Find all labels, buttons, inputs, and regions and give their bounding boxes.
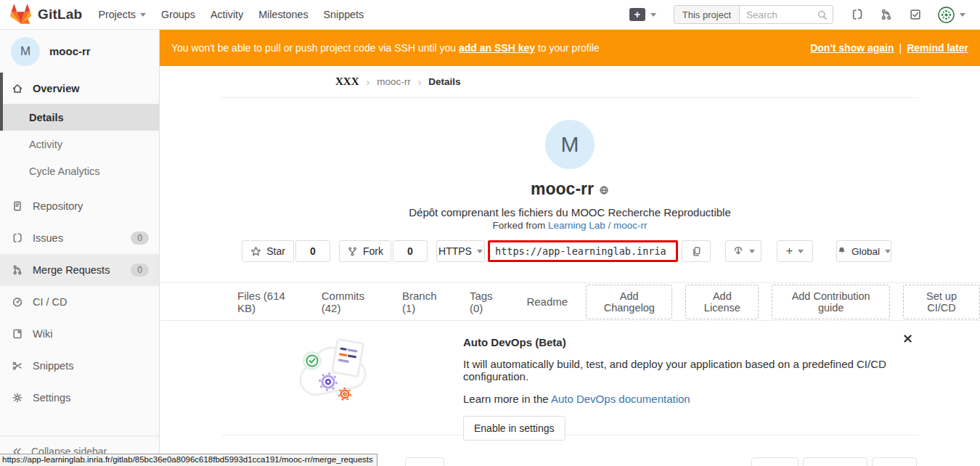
plus-icon: + <box>786 245 793 258</box>
add-ssh-key-link[interactable]: add an SSH key <box>459 42 535 54</box>
project-description: Dépôt comprenant les fichiers du MOOC Re… <box>160 206 980 218</box>
sidebar-item-activity[interactable]: Activity <box>0 131 159 158</box>
dont-show-again-link[interactable]: Don't show again <box>810 42 894 54</box>
star-count[interactable]: 0 <box>295 240 330 262</box>
gear-icon <box>12 392 23 404</box>
issues-icon <box>12 232 23 244</box>
chevron-down-icon <box>477 250 483 253</box>
cut-off-button[interactable] <box>405 457 444 466</box>
sidebar-project-name: mooc-rr <box>49 45 91 57</box>
breadcrumb-project[interactable]: mooc-rr <box>377 76 411 87</box>
nav-projects[interactable]: Projects <box>98 9 146 20</box>
autodevops-docs-link[interactable]: Auto DevOps documentation <box>551 393 690 405</box>
sidebar-item-settings[interactable]: Settings <box>0 382 159 414</box>
sidebar-item-issues[interactable]: Issues 0 <box>0 222 159 254</box>
tab-readme[interactable]: Readme <box>521 295 573 308</box>
merge-request-icon <box>12 264 23 276</box>
sidebar-item-merge-requests[interactable]: Merge Requests 0 <box>0 254 159 286</box>
protocol-dropdown[interactable]: HTTPS <box>436 240 485 262</box>
add-license-button[interactable]: Add License <box>685 285 759 319</box>
search-group: This project <box>674 5 833 24</box>
gitlab-logo[interactable]: GitLab <box>10 4 82 25</box>
bell-icon <box>837 246 846 256</box>
project-stats-bar: Files (614 KB) Commits (42) Branch (1) T… <box>160 282 980 321</box>
download-icon <box>732 245 744 257</box>
sidebar-project-header[interactable]: M mooc-rr <box>0 30 159 73</box>
nav-activity[interactable]: Activity <box>211 9 243 20</box>
autodevops-title: Auto DevOps (Beta) <box>463 336 918 348</box>
nav-groups[interactable]: Groups <box>161 9 195 20</box>
autodevops-description: It will automatically build, test, and d… <box>463 358 918 383</box>
sidebar-item-overview[interactable]: Overview <box>0 73 159 104</box>
tab-commits[interactable]: Commits (42) <box>317 290 386 314</box>
gauge-icon <box>12 296 23 308</box>
chevron-down-icon <box>650 13 656 17</box>
public-globe-icon <box>599 185 609 195</box>
fork-icon <box>347 246 358 257</box>
breadcrumb-group[interactable]: XXX <box>335 75 359 88</box>
project-avatar-small: M <box>11 37 40 66</box>
project-actions: Star 0 Fork 0 HTTPS https://app-learning… <box>242 240 980 262</box>
download-dropdown[interactable] <box>725 240 761 262</box>
nav-snippets[interactable]: Snippets <box>324 9 364 20</box>
project-title: mooc-rr <box>531 179 594 199</box>
autodevops-illustration <box>294 328 381 409</box>
chevron-down-icon <box>749 250 755 253</box>
project-avatar: M <box>545 120 595 169</box>
close-icon[interactable] <box>903 334 912 343</box>
chevron-down-icon <box>140 13 146 17</box>
issues-icon[interactable] <box>851 8 864 21</box>
setup-ci-cd-button[interactable]: Set up CI/CD <box>903 285 980 319</box>
tab-branch[interactable]: Branch (1) <box>397 290 454 314</box>
banner-text: You won't be able to pull or push projec… <box>171 42 456 54</box>
sidebar-item-repository[interactable]: Repository <box>0 190 159 222</box>
nav-milestones[interactable]: Milestones <box>258 9 308 20</box>
sidebar-item-details[interactable]: Details <box>0 104 159 131</box>
status-bar-url: https://app-learninglab.inria.fr/gitlab/… <box>0 454 377 466</box>
tab-tags[interactable]: Tags (0) <box>465 290 510 314</box>
cut-off-button[interactable] <box>803 457 867 466</box>
chevron-down-icon <box>885 250 891 253</box>
scissors-icon <box>12 360 23 372</box>
breadcrumb-separator: › <box>367 76 370 88</box>
tab-files[interactable]: Files (614 KB) <box>232 290 306 314</box>
primary-nav: Projects Groups Activity Milestones Snip… <box>98 9 364 20</box>
add-changelog-button[interactable]: Add Changelog <box>586 285 672 319</box>
gitlab-tanuki-icon <box>10 4 31 25</box>
sidebar-item-wiki[interactable]: Wiki <box>0 318 159 350</box>
copy-url-button[interactable] <box>682 240 711 262</box>
breadcrumb-page: Details <box>428 76 460 87</box>
fork-count[interactable]: 0 <box>393 240 428 262</box>
cut-off-button[interactable] <box>751 457 799 466</box>
search-icon <box>817 9 828 21</box>
plus-icon: + <box>629 8 645 21</box>
sidebar-item-ci-cd[interactable]: CI / CD <box>0 286 159 318</box>
new-menu-button[interactable]: + <box>629 8 656 21</box>
clone-url-input[interactable]: https://app-learninglab.inria <box>488 240 678 262</box>
enable-in-settings-button[interactable]: Enable in settings <box>463 416 565 441</box>
ssh-warning-banner: You won't be able to pull or push projec… <box>160 30 980 66</box>
forked-from-link[interactable]: Learning Lab / mooc-rr <box>548 220 648 231</box>
notification-dropdown[interactable]: Global <box>836 240 891 262</box>
remind-later-link[interactable]: Remind later <box>907 42 968 54</box>
document-icon <box>12 200 23 212</box>
banner-divider: | <box>899 42 902 54</box>
todos-icon[interactable] <box>909 8 922 21</box>
merge-request-icon[interactable] <box>880 8 893 21</box>
add-contribution-guide-button[interactable]: Add Contribution guide <box>772 285 890 319</box>
auto-devops-callout: Auto DevOps (Beta) It will automatically… <box>221 321 918 436</box>
divider <box>0 184 159 190</box>
sidebar-item-cycle-analytics[interactable]: Cycle Analytics <box>0 158 159 184</box>
breadcrumb-separator: › <box>418 76 422 88</box>
user-menu[interactable] <box>938 7 965 23</box>
star-button[interactable]: Star <box>242 240 294 262</box>
project-sidebar: M mooc-rr Overview Details Activity Cycl… <box>0 30 160 466</box>
star-icon <box>250 246 261 257</box>
fork-button[interactable]: Fork <box>339 240 391 262</box>
merge-requests-count-badge: 0 <box>131 263 149 277</box>
chevron-down-icon <box>798 250 804 253</box>
cut-off-button[interactable] <box>872 457 917 466</box>
sidebar-item-snippets[interactable]: Snippets <box>0 350 159 382</box>
add-dropdown[interactable]: + <box>777 240 813 262</box>
top-navbar: GitLab Projects Groups Activity Mileston… <box>0 0 980 30</box>
